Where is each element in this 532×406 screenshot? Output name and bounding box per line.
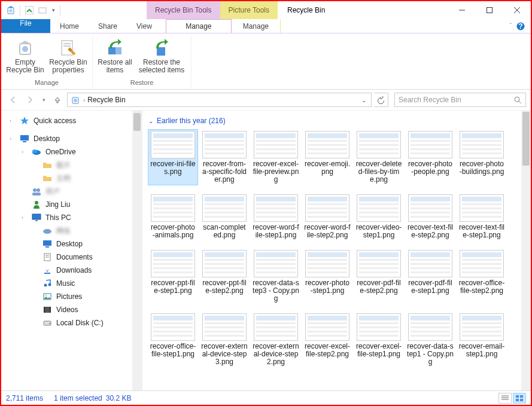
chevron-right-icon: › xyxy=(10,136,16,142)
search-box[interactable] xyxy=(394,93,526,107)
restore-selected-button[interactable]: Restore the selected items xyxy=(136,37,187,74)
file-item[interactable]: recover-word-file-step1.png xyxy=(251,193,300,240)
tree-item[interactable]: ›Quick access xyxy=(1,114,132,127)
tab-view[interactable]: View xyxy=(127,19,162,33)
new-folder-icon[interactable] xyxy=(37,4,48,17)
file-item[interactable]: recover-text-file-step1.png xyxy=(457,193,506,240)
tree-item-label: 文档 xyxy=(56,173,71,184)
maximize-button[interactable] xyxy=(476,1,503,19)
file-item[interactable]: recover-photo-animals.png xyxy=(148,193,197,240)
context-tab-picture-tools[interactable]: Picture Tools xyxy=(220,1,278,19)
tree-item-label: Desktop xyxy=(34,135,60,143)
tree-item[interactable]: Downloads xyxy=(1,264,132,277)
tab-home[interactable]: Home xyxy=(50,19,89,33)
file-item[interactable]: recover-external-device-step2.png xyxy=(251,312,300,367)
context-tab-recycle-bin-tools[interactable]: Recycle Bin Tools xyxy=(147,1,220,19)
qat-dropdown-icon[interactable]: ▾ xyxy=(50,4,57,17)
file-item[interactable]: recover-from-a-specific-folder.png xyxy=(200,130,249,185)
tree-item-label: OneDrive xyxy=(45,148,76,156)
file-item[interactable]: recover-photo-buildings.png xyxy=(457,130,506,185)
forward-button[interactable] xyxy=(23,93,37,107)
file-name: recover-photo-step1.png xyxy=(304,279,351,295)
tree-item[interactable]: Local Disk (C:) xyxy=(1,316,132,329)
file-item[interactable]: recover-excel-file-step2.png xyxy=(303,312,352,367)
tree-item[interactable]: ›OneDrive xyxy=(1,145,132,158)
address-bar[interactable]: › Recycle Bin ⌄ xyxy=(67,93,372,107)
file-item[interactable]: recover-word-file-step2.png xyxy=(303,193,352,240)
tree-item-label: Documents xyxy=(56,253,93,261)
thumbnails-view-button[interactable] xyxy=(513,393,526,404)
tree-item[interactable]: Jing Liu xyxy=(1,198,132,211)
search-input[interactable] xyxy=(399,96,514,104)
file-name: recover-video-step1.png xyxy=(355,224,402,239)
tree-item[interactable]: ›Desktop xyxy=(1,132,132,145)
tree-item[interactable]: Pictures xyxy=(1,290,132,303)
minimize-button[interactable] xyxy=(448,1,476,19)
tab-manage-recyclebin[interactable]: Manage xyxy=(166,19,232,33)
file-item[interactable]: recover-emoji.png xyxy=(303,130,352,185)
tree-item[interactable]: Desktop xyxy=(1,237,132,251)
status-item-count: 2,711 items xyxy=(6,394,43,402)
file-item[interactable]: recover-email-step1.png xyxy=(457,312,506,367)
file-name: recover-ppt-file-step2.png xyxy=(201,279,248,295)
tab-manage-picture[interactable]: Manage xyxy=(232,19,281,33)
tree-item[interactable]: 文档 xyxy=(1,172,132,185)
file-thumbnail xyxy=(460,194,504,222)
star-icon xyxy=(19,116,30,126)
file-item[interactable]: recover-photo-step1.png xyxy=(303,249,352,304)
file-item[interactable]: recover-external-device-step3.png xyxy=(200,312,249,367)
recyclebin-properties-button[interactable]: Recycle Bin properties xyxy=(48,37,89,74)
sidebar-scrollbar[interactable] xyxy=(132,111,142,390)
empty-recyclebin-button[interactable]: Empty Recycle Bin xyxy=(5,37,45,74)
recent-locations-button[interactable]: ▾ xyxy=(39,93,48,107)
details-view-button[interactable] xyxy=(498,393,512,404)
address-dropdown-icon[interactable]: ⌄ xyxy=(361,97,369,103)
file-item[interactable]: recover-deleted-files-by-time.png xyxy=(354,130,403,185)
up-button[interactable] xyxy=(50,93,65,107)
file-item[interactable]: recover-text-file-step2.png xyxy=(406,193,455,240)
file-item[interactable]: recover-office-file-step2.png xyxy=(457,249,506,304)
file-item[interactable]: recover-data-step3 - Copy.png xyxy=(251,249,300,304)
tab-file[interactable]: File xyxy=(1,19,50,33)
tree-item[interactable]: 图片 xyxy=(1,158,132,172)
tree-item-label: 图片 xyxy=(56,160,71,170)
svg-rect-45 xyxy=(50,307,51,313)
breadcrumb-location[interactable]: Recycle Bin xyxy=(87,96,125,104)
file-item[interactable]: recover-ppt-file-step1.png xyxy=(148,249,197,304)
properties-icon xyxy=(59,38,78,57)
file-item[interactable]: recover-pdf-file-step2.png xyxy=(354,249,403,304)
tree-item[interactable]: Documents xyxy=(1,251,132,264)
group-header[interactable]: ⌄ Earlier this year (216) xyxy=(148,117,515,125)
restore-selected-label: Restore the selected items xyxy=(136,59,187,74)
restore-all-button[interactable]: Restore all items xyxy=(96,37,133,74)
file-item[interactable]: scan-completed.png xyxy=(200,193,249,240)
tree-item[interactable]: Music xyxy=(1,277,132,290)
file-item[interactable]: recover-ppt-file-step2.png xyxy=(200,249,249,304)
chevron-right-icon[interactable]: › xyxy=(83,97,85,103)
file-thumbnail xyxy=(305,131,349,158)
properties-icon[interactable] xyxy=(23,4,35,17)
close-button[interactable] xyxy=(503,1,531,19)
tree-item[interactable]: ›This PC xyxy=(1,211,132,224)
file-item[interactable]: recover-photo-people.png xyxy=(406,130,455,185)
file-item[interactable]: recover-data-step1 - Copy.png xyxy=(406,312,455,367)
tab-share[interactable]: Share xyxy=(89,19,127,33)
tree-item[interactable]: 用户 xyxy=(1,185,132,198)
content-scrollbar[interactable] xyxy=(521,111,531,390)
file-view[interactable]: ⌄ Earlier this year (216) recover-ini-fi… xyxy=(142,111,521,390)
file-item[interactable]: recover-excel-file-step1.png xyxy=(354,312,403,367)
back-button[interactable] xyxy=(6,93,20,107)
ribbon-collapse-icon[interactable]: ˆ xyxy=(510,23,512,29)
file-item[interactable]: recover-office-file-step1.png xyxy=(148,312,197,367)
help-icon[interactable]: ? xyxy=(516,22,525,30)
search-icon[interactable] xyxy=(514,96,522,104)
file-item[interactable]: recover-pdf-file-step1.png xyxy=(406,249,455,304)
tree-item[interactable]: Videos xyxy=(1,303,132,316)
file-item[interactable]: recover-video-step1.png xyxy=(354,193,403,240)
refresh-button[interactable] xyxy=(374,93,388,107)
file-item[interactable]: recover-ini-files.png xyxy=(148,130,197,185)
file-item[interactable]: recover-excel-file-preview.png xyxy=(251,130,300,185)
restore-selected-icon xyxy=(152,38,171,57)
tree-item[interactable]: 网络 xyxy=(1,224,132,237)
file-name: recover-photo-buildings.png xyxy=(458,160,505,176)
